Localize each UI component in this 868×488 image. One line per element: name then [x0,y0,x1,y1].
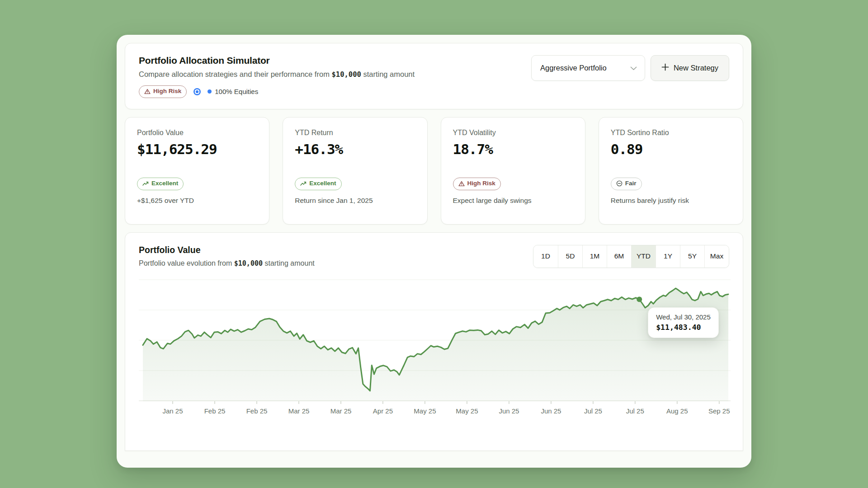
high-risk-badge: High Risk [139,85,187,98]
stat-badge-label: Fair [625,180,637,188]
header-card: Portfolio Allocation Simulator Compare a… [125,43,743,109]
new-strategy-button-label: New Strategy [674,64,718,72]
equities-dot-icon [208,89,212,94]
stat-value: +16.3% [295,141,415,157]
page-title: Portfolio Allocation Simulator [139,55,415,66]
svg-text:Jun 25: Jun 25 [499,407,519,415]
stat-badge-label: Excellent [309,180,336,188]
stat-card-ytd-return: YTD Return +16.3% Excellent Return since… [283,117,427,225]
chart-starting-amount: $10,000 [234,259,263,267]
tooltip-value: $11,483.40 [656,323,711,332]
header-controls: Aggressive Portfolio New Strategy [531,55,729,81]
chart-subtitle: Portfolio value evolution from $10,000 s… [139,259,315,267]
starting-amount: $10,000 [331,70,361,79]
chevron-down-icon [630,64,637,72]
svg-text:Mar 25: Mar 25 [330,407,352,415]
x-axis-labels: Jan 25Feb 25Feb 25Mar 25Mar 25Apr 25May … [162,407,730,415]
svg-text:May 25: May 25 [456,407,478,415]
svg-text:Jan 25: Jan 25 [162,407,183,415]
excellent-badge: Excellent [295,178,341,190]
svg-text:Jun 25: Jun 25 [541,407,561,415]
warning-icon [458,181,465,187]
stat-badge-label: High Risk [467,180,495,188]
range-button-5y[interactable]: 5Y [680,245,704,267]
dashboard-container: Portfolio Allocation Simulator Compare a… [117,35,751,468]
stat-desc: Expect large daily swings [453,197,573,205]
svg-text:Jul 25: Jul 25 [584,407,602,415]
badge-row: High Risk 100% Equities [139,85,415,98]
range-button-ytd[interactable]: YTD [631,245,656,267]
plus-icon [661,63,669,73]
chart-subtitle-text: Portfolio value evolution from [139,259,234,267]
subtitle-text: Compare allocation strategies and their … [139,70,331,78]
header-left: Portfolio Allocation Simulator Compare a… [139,55,415,98]
svg-text:Apr 25: Apr 25 [373,407,393,415]
minus-circle-icon [616,180,623,187]
range-button-1m[interactable]: 1M [582,245,607,267]
new-strategy-button[interactable]: New Strategy [651,55,729,81]
strategy-select-value: Aggressive Portfolio [540,64,607,72]
stat-label: YTD Return [295,129,415,137]
time-range-group: 1D5D1M6MYTD1Y5YMax [533,245,729,268]
allocation-donut-icon [193,88,201,95]
area-fill [143,288,728,401]
chart-header-left: Portfolio Value Portfolio value evolutio… [139,245,315,267]
svg-text:Sep 25: Sep 25 [708,407,730,415]
svg-text:Aug 25: Aug 25 [666,407,688,415]
trending-up-icon [142,181,149,186]
stat-card-ytd-sortino: YTD Sortino Ratio 0.89 Fair Returns bare… [599,117,743,225]
range-button-1y[interactable]: 1Y [656,245,680,267]
stat-label: Portfolio Value [137,129,257,137]
range-button-5d[interactable]: 5D [558,245,582,267]
strategy-select[interactable]: Aggressive Portfolio [531,55,645,81]
stat-value: $11,625.29 [137,141,257,157]
stat-desc: Return since Jan 1, 2025 [295,197,415,205]
stat-label: YTD Sortino Ratio [611,129,731,137]
chart-tooltip: Wed, Jul 30, 2025 $11,483.40 [648,307,719,338]
warning-icon [144,89,151,94]
trending-up-icon [300,181,307,186]
high-risk-badge-label: High Risk [153,88,181,95]
portfolio-value-chart[interactable]: Jan 25Feb 25Feb 25Mar 25Mar 25Apr 25May … [139,272,729,420]
chart-title: Portfolio Value [139,245,315,255]
range-button-6m[interactable]: 6M [607,245,631,267]
svg-text:Mar 25: Mar 25 [288,407,310,415]
allocation-legend-item: 100% Equities [208,88,258,95]
high-risk-badge: High Risk [453,178,501,190]
stat-value: 0.89 [611,141,731,157]
svg-text:Jul 25: Jul 25 [626,407,644,415]
x-axis-ticks [173,401,719,404]
chart-card: Portfolio Value Portfolio value evolutio… [125,232,743,451]
hover-marker-dot [637,296,642,302]
excellent-badge: Excellent [137,178,184,190]
svg-text:Feb 25: Feb 25 [204,407,226,415]
subtitle-text-suffix: starting amount [361,70,415,78]
chart-subtitle-suffix: starting amount [263,259,315,267]
fair-badge: Fair [611,178,642,190]
stat-card-portfolio-value: Portfolio Value $11,625.29 Excellent +$1… [125,117,269,225]
chart-header: Portfolio Value Portfolio value evolutio… [139,245,729,268]
svg-text:May 25: May 25 [414,407,436,415]
stat-badge-label: Excellent [151,180,178,188]
stats-row: Portfolio Value $11,625.29 Excellent +$1… [125,117,743,225]
stat-desc: Returns barely justify risk [611,197,731,205]
stat-value: 18.7% [453,141,573,157]
page-subtitle: Compare allocation strategies and their … [139,70,415,79]
range-button-max[interactable]: Max [704,245,729,267]
chart-canvas: Jan 25Feb 25Feb 25Mar 25Mar 25Apr 25May … [139,272,731,418]
stat-label: YTD Volatility [453,129,573,137]
stat-desc: +$1,625 over YTD [137,197,257,205]
tooltip-date: Wed, Jul 30, 2025 [656,313,711,321]
equities-label: 100% Equities [215,88,258,95]
stat-card-ytd-volatility: YTD Volatility 18.7% High Risk Expect la… [441,117,585,225]
range-button-1d[interactable]: 1D [533,245,558,267]
svg-text:Feb 25: Feb 25 [246,407,268,415]
